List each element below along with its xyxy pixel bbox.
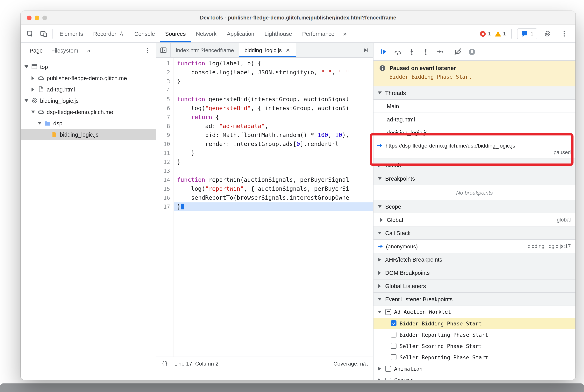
code-line[interactable]: function reportWin(auctionSignals, perBu…: [174, 176, 373, 184]
code-line[interactable]: console.log(label, JSON.stringify(o, " "…: [174, 68, 373, 77]
event-category-ad-auction-worklet[interactable]: Ad Auction Worklet: [374, 306, 576, 318]
line-number[interactable]: 3: [156, 77, 170, 86]
navigator-menu-button[interactable]: [142, 44, 153, 56]
inspect-button[interactable]: [24, 28, 37, 40]
collapse-triangle[interactable]: [377, 90, 382, 95]
tree-item-dsp[interactable]: dsp: [21, 118, 156, 129]
expand-triangle[interactable]: [377, 163, 382, 168]
line-number[interactable]: 6: [156, 104, 170, 113]
event-category-checkbox[interactable]: [385, 378, 391, 380]
collapse-triangle[interactable]: [377, 204, 382, 209]
thread-https-dsp-fledge-demo-glitch-me-dsp-bidding-logic-js[interactable]: https://dsp-fledge-demo.glitch.me/dsp/bi…: [374, 139, 576, 159]
thread-ad-tag-html[interactable]: ad-tag.html: [374, 113, 576, 126]
code-line[interactable]: sendReportTo(browserSignals.interestGrou…: [174, 194, 373, 202]
line-number[interactable]: 16: [156, 194, 170, 202]
tab-elements[interactable]: Elements: [54, 25, 88, 42]
tree-item-publisher-fledge-demo-glitch-me[interactable]: publisher-fledge-demo.glitch.me: [21, 72, 156, 84]
code-lines[interactable]: function log(label, o) { console.log(lab…: [174, 58, 373, 356]
scope-section-header[interactable]: Scope: [374, 200, 576, 213]
tab-overflow-button[interactable]: [359, 43, 373, 57]
event-category-checkbox[interactable]: [385, 309, 391, 315]
settings-button[interactable]: [541, 28, 554, 40]
expand-triangle[interactable]: [379, 217, 384, 222]
editor-tab-index-html-fencedframe[interactable]: index.html?fencedframe: [171, 43, 239, 57]
code-line[interactable]: [174, 166, 373, 176]
code-line[interactable]: bid: Math.floor(Math.random() * 100, 10)…: [174, 131, 373, 140]
line-number-gutter[interactable]: 1234567891011121314151617: [156, 58, 174, 356]
scope-global-row[interactable]: Global global: [374, 213, 576, 226]
code-line[interactable]: }: [174, 202, 373, 212]
event-breakpoint-checkbox[interactable]: [391, 320, 397, 326]
expander-closed[interactable]: [30, 76, 35, 80]
sidebar-tab-filesystem[interactable]: Filesystem: [47, 43, 83, 58]
dom-breakpoints-section-header[interactable]: DOM Breakpoints: [374, 266, 576, 280]
event-breakpoint-seller-reporting-phase-start[interactable]: Seller Reporting Phase Start: [374, 352, 576, 363]
call-stack-frame[interactable]: (anonymous) bidding_logic.js:17: [374, 240, 576, 253]
line-number[interactable]: 15: [156, 184, 170, 194]
tab-console[interactable]: Console: [129, 25, 160, 42]
tree-item-bidding-logic-js[interactable]: bidding_logic.js: [21, 129, 156, 140]
event-category-animation[interactable]: Animation: [374, 363, 576, 374]
collapse-triangle[interactable]: [377, 176, 382, 181]
line-number[interactable]: 2: [156, 68, 170, 77]
tab-application[interactable]: Application: [222, 25, 259, 42]
line-number[interactable]: 8: [156, 122, 170, 131]
event-listener-breakpoints-section-header[interactable]: Event Listener Breakpoints: [374, 293, 576, 306]
watch-section-header[interactable]: Watch: [374, 159, 576, 172]
code-line[interactable]: }: [174, 77, 373, 86]
tree-item-ad-tag-html[interactable]: ad-tag.html: [21, 84, 156, 95]
event-breakpoint-checkbox[interactable]: [391, 354, 397, 360]
expander-open[interactable]: [24, 98, 29, 103]
event-breakpoint-bidder-reporting-phase-start[interactable]: Bidder Reporting Phase Start: [374, 329, 576, 340]
zoom-button[interactable]: [42, 16, 47, 20]
step-out-button[interactable]: [419, 44, 433, 58]
issues-button[interactable]: 1: [517, 28, 537, 39]
collapse-triangle[interactable]: [377, 309, 382, 314]
code-line[interactable]: return {: [174, 113, 373, 122]
event-breakpoint-seller-scoring-phase-start[interactable]: Seller Scoring Phase Start: [374, 340, 576, 352]
tab-lighthouse[interactable]: Lighthouse: [259, 25, 297, 42]
threads-section-header[interactable]: Threads: [374, 86, 576, 100]
tab-sources[interactable]: Sources: [160, 25, 191, 42]
minimize-button[interactable]: [35, 16, 39, 20]
expander-closed[interactable]: [30, 87, 35, 92]
xhr-breakpoints-section-header[interactable]: XHR/fetch Breakpoints: [374, 253, 576, 266]
code-line[interactable]: log("generateBid", { interestGroup, auct…: [174, 104, 373, 113]
event-category-canvas[interactable]: Canvas: [374, 374, 576, 380]
window-titlebar[interactable]: DevTools - publisher-fledge-demo.glitch.…: [21, 11, 576, 25]
collapse-triangle[interactable]: [377, 297, 382, 302]
step-into-button[interactable]: [405, 44, 419, 58]
thread-decision-logic-js[interactable]: decision_logic.js: [374, 126, 576, 139]
close-button[interactable]: [27, 16, 31, 20]
more-panels-icon[interactable]: »: [339, 25, 350, 42]
expand-triangle[interactable]: [377, 378, 382, 380]
line-number[interactable]: 4: [156, 86, 170, 95]
expander-open[interactable]: [37, 121, 42, 126]
expander-open[interactable]: [24, 64, 29, 69]
code-line[interactable]: render: interestGroup.ads[0].renderUrl: [174, 140, 373, 149]
more-navigator-tabs-icon[interactable]: »: [83, 46, 94, 54]
code-line[interactable]: function generateBid(interestGroup, auct…: [174, 95, 373, 104]
deactivate-breakpoints-button[interactable]: [451, 44, 465, 58]
tab-network[interactable]: Network: [191, 25, 222, 42]
resume-button[interactable]: [377, 44, 391, 58]
sidebar-tab-page[interactable]: Page: [25, 43, 47, 58]
line-number[interactable]: 17: [156, 202, 170, 212]
expander-open[interactable]: [30, 110, 35, 114]
expand-triangle[interactable]: [377, 366, 382, 371]
thread-main[interactable]: Main: [374, 100, 576, 113]
pretty-print-button[interactable]: {}: [161, 360, 168, 366]
event-category-checkbox[interactable]: [385, 366, 391, 372]
code-line[interactable]: ad: "ad-metadata",: [174, 122, 373, 131]
code-line[interactable]: }: [174, 149, 373, 158]
tree-item-top[interactable]: top: [21, 61, 156, 72]
console-errors-badge[interactable]: 1: [480, 30, 491, 37]
expand-triangle[interactable]: [377, 270, 382, 275]
event-breakpoint-checkbox[interactable]: [391, 332, 397, 338]
code-line[interactable]: log("reportWin", { auctionSignals, perBu…: [174, 184, 373, 194]
expand-triangle[interactable]: [377, 257, 382, 262]
expand-triangle[interactable]: [377, 284, 382, 288]
tree-item-dsp-fledge-demo-glitch-me[interactable]: dsp-fledge-demo.glitch.me: [21, 106, 156, 118]
device-toolbar-button[interactable]: [37, 28, 50, 40]
breakpoints-section-header[interactable]: Breakpoints: [374, 172, 576, 185]
